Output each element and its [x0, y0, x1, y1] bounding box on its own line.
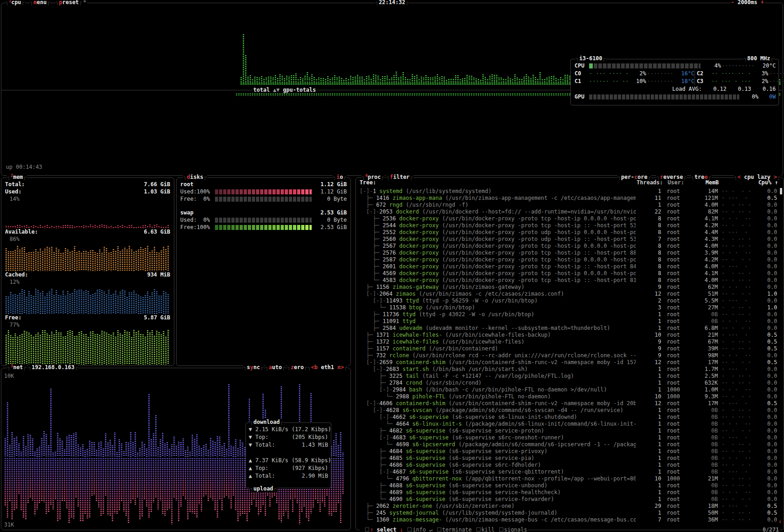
mem-mini-graph: · · · ···	[718, 284, 752, 291]
tree-toggle[interactable]: ┐tree┌	[691, 174, 711, 180]
per-core-toggle[interactable]: ┐per-core┌	[617, 174, 651, 180]
mem-available-graph	[5, 243, 170, 271]
process-row[interactable]: [-]-1 systemd (/usr/lib/systemd/systemd)…	[357, 188, 783, 195]
interval-minus-button[interactable]: -	[731, 0, 734, 5]
io-mode-toggle[interactable]: ┐io┌	[333, 174, 347, 180]
process-row[interactable]: ├─ 245 systemd-journal (/usr/lib/systemd…	[357, 510, 783, 516]
signals-action[interactable]: signals	[504, 527, 528, 532]
process-row[interactable]: └─ 11538 btop (/usr/bin/btop)3root27M· ·…	[357, 304, 783, 311]
interval-plus-button[interactable]: +	[761, 0, 764, 5]
sort-next-icon[interactable]: >	[774, 174, 777, 180]
net-zero-toggle[interactable]: ┐zero┌	[287, 364, 308, 370]
mem-mini-graph: · · ·· ··	[718, 270, 752, 277]
core-row-c1: C1 ······ ·· ·· 10% ········ 18°C	[575, 78, 695, 85]
select-action[interactable]: select	[376, 527, 396, 532]
process-row[interactable]: ├─ 4686 s6-supervise (s6-supervise s6rc-…	[357, 462, 783, 469]
process-row[interactable]: ├─ 2601 docker-proxy (/usr/bin/docker-pr…	[357, 263, 783, 270]
net-auto-toggle[interactable]: ┐auto┌	[265, 364, 286, 370]
process-row[interactable]: └─ 4698 s6-ipcserverd (/package/admin/s6…	[357, 441, 783, 448]
mem-mini-graph: ·· · · ··	[718, 428, 752, 434]
process-row[interactable]: ├─ 3225 tail (tail -F -c +12147 -- /var/…	[357, 373, 783, 380]
core-activity-graph: ·· ··· · ···	[711, 78, 751, 85]
process-row[interactable]: [-]-4662 s6-supervise (s6-supervise s6-l…	[357, 414, 783, 421]
process-row[interactable]: [-]-2659 containerd-shim (/usr/bin/conta…	[357, 359, 783, 366]
process-name: docker-proxy	[399, 236, 439, 242]
process-row[interactable]: └─ 4583 docker-proxy (/usr/bin/docker-pr…	[357, 277, 783, 284]
process-row[interactable]: [-]-4628 s6-svscan (/package/admin/s6/co…	[357, 407, 783, 414]
process-row[interactable]: ├─ 732 rclone (/usr/bin/rclone rcd --rc-…	[357, 352, 783, 359]
process-row[interactable]: ├─ 4685 s6-supervise (s6-supervise servi…	[357, 455, 783, 462]
sort-column-selector[interactable]: ┐< cpu lazy >┌	[734, 174, 781, 180]
process-name: start.sh	[402, 366, 429, 372]
process-row[interactable]: ├─ 1371 icewhale-files- (/usr/bin/icewha…	[357, 332, 783, 339]
process-row[interactable]: ├─ 2587 docker-proxy (/usr/bin/docker-pr…	[357, 256, 783, 263]
process-row[interactable]: └─ 4796 qbittorrent-nox (/app/qbittorren…	[357, 475, 783, 482]
select-down-icon[interactable]: ↓	[400, 527, 403, 532]
process-row[interactable]: ├─ 4682 s6-supervise (s6-supervise servi…	[357, 428, 783, 434]
menu-button[interactable]: ┐menu┌	[30, 0, 50, 5]
mem-mini-graph: · ··· · ·	[718, 195, 752, 202]
mem-box-title[interactable]: ┐2mem┌	[7, 174, 27, 180]
filter-button[interactable]: ┐filter┌	[386, 174, 413, 180]
proc-scrollbar-thumb[interactable]	[780, 188, 782, 194]
process-row[interactable]: ├─ 4688 s6-supervise (s6-supervise servi…	[357, 482, 783, 489]
proc-box-title[interactable]: ┐4proc┌	[361, 174, 385, 180]
process-row[interactable]: ├─ 1372 icewhale-files (/usr/bin/icewhal…	[357, 339, 783, 345]
root-free-meter	[215, 197, 312, 202]
process-row[interactable]: ├─ 2560 docker-proxy (/usr/bin/docker-pr…	[357, 236, 783, 243]
process-row[interactable]: └─ 4690 s6-supervise (s6-supervise servi…	[357, 496, 783, 503]
process-row[interactable]: ├─ 2062 zerotier-one (/usr/sbin/zerotier…	[357, 503, 783, 510]
cpu-box-title[interactable]: ┐1cpu┌	[5, 0, 25, 5]
select-up-icon[interactable]: ↑	[370, 527, 373, 532]
process-name: docker-proxy	[399, 270, 439, 276]
process-row[interactable]: └─ 1360 zimaos-message- (/usr/bin/zimaos…	[357, 516, 783, 523]
process-row[interactable]: ├─ 1157 containerd (/usr/bin/containerd)…	[357, 345, 783, 352]
process-row[interactable]: ├─ 11736 ttyd (ttyd -p 43022 -W -o /usr/…	[357, 311, 783, 318]
process-row[interactable]: ├─ 2567 docker-proxy (/usr/bin/docker-pr…	[357, 243, 783, 250]
process-row[interactable]: ├─ 4684 s6-supervise (s6-supervise servi…	[357, 448, 783, 455]
graph-mode-toggle[interactable]: total ▲▼ gpu-totals	[252, 87, 317, 93]
process-row[interactable]: [-]-11493 ttyd (ttyd -p 56259 -W -o /usr…	[357, 297, 783, 304]
process-row[interactable]: ├─ 2576 docker-proxy (/usr/bin/docker-pr…	[357, 250, 783, 256]
mem-mini-graph: · ··· · ·	[718, 434, 752, 441]
process-name: s6-supervise	[406, 496, 445, 502]
swap-used-meter	[215, 218, 312, 223]
process-row[interactable]: ├─ 2536 docker-proxy (/usr/bin/docker-pr…	[357, 215, 783, 222]
preset-button[interactable]: ┐preset┌	[55, 0, 83, 5]
net-sync-toggle[interactable]: ┐sync┌	[243, 364, 264, 370]
net-box-title[interactable]: ┐3net┌	[7, 364, 27, 370]
update-interval-control[interactable]: - 2000ms +	[731, 0, 764, 5]
mem-mini-graph: · · ·· ··	[718, 339, 752, 345]
process-row[interactable]: ├─ 2584 udevadm (udevadm monitor --kerne…	[357, 325, 783, 332]
process-row[interactable]: [-]-2984 bash (/bin/bash -c /usr/bin/pih…	[357, 386, 783, 393]
process-name: ttyd	[402, 318, 416, 324]
cpu-total-row: CPU 4% ·········· 20°C	[575, 62, 776, 70]
process-row[interactable]: [-]-2683 start.sh (/bin/bash /usr/bin/st…	[357, 366, 783, 373]
terminate-action[interactable]: terminate	[442, 527, 472, 532]
process-row[interactable]: ├─ 2552 docker-proxy (/usr/bin/docker-pr…	[357, 229, 783, 236]
process-row[interactable]: ├─ 1156 zimaos-gateway (/usr/bin/zimaos-…	[357, 284, 783, 291]
process-row[interactable]: ├─ 2544 docker-proxy (/usr/bin/docker-pr…	[357, 222, 783, 229]
process-row[interactable]: [-]-4683 s6-supervise (s6-supervise s6rc…	[357, 434, 783, 441]
process-row[interactable]: [-]-4606 containerd-shim (/usr/bin/conta…	[357, 400, 783, 407]
process-row[interactable]: └─ 2988 pihole-FTL (/usr/bin/pihole-FTL …	[357, 393, 783, 400]
scroll-down-icon[interactable]: ↓	[779, 518, 782, 524]
kill-action[interactable]: kill	[481, 527, 495, 532]
process-row[interactable]: ├─ 2784 crond (/usr/sbin/crond)1root632K…	[357, 380, 783, 386]
process-row[interactable]: [-]-4687 s6-supervise (s6-supervise serv…	[357, 469, 783, 475]
process-row[interactable]: [-]-2053 dockerd (/usr/bin/dockerd --hos…	[357, 209, 783, 215]
process-row[interactable]: ├─ 4569 docker-proxy (/usr/bin/docker-pr…	[357, 270, 783, 277]
process-row[interactable]: [-]-2064 zimaos (/usr/bin/zimaos -c /etc…	[357, 291, 783, 297]
disks-box: ┐disks┌ ┐io┌ root1.12 GiB Used:100%1.12 …	[176, 177, 351, 366]
disks-box-title[interactable]: ┐disks┌	[183, 174, 207, 180]
process-name: bash	[409, 386, 422, 393]
net-device-selector[interactable]: ┐<b eth1 n>┌	[307, 364, 348, 370]
process-row[interactable]: ├─ 1416 zimaos-app-mana (/usr/bin/zimaos…	[357, 195, 783, 202]
info-action[interactable]: info	[413, 527, 426, 532]
reverse-toggle[interactable]: ┐reverse┌	[656, 174, 687, 180]
net-ip-address: ┐192.168.0.163┌	[28, 364, 78, 370]
process-row[interactable]: ├─ 11091 ttyd1root0B· · · ···0.0	[357, 318, 783, 325]
process-row[interactable]: ├─ 4689 s6-supervise (s6-supervise servi…	[357, 489, 783, 496]
process-row[interactable]: └─ 4664 s6-linux-init-s (/package/admin/…	[357, 421, 783, 428]
process-row[interactable]: ├─ 672 rngd (/usr/sbin/rngd -f)1root4.0M…	[357, 202, 783, 209]
